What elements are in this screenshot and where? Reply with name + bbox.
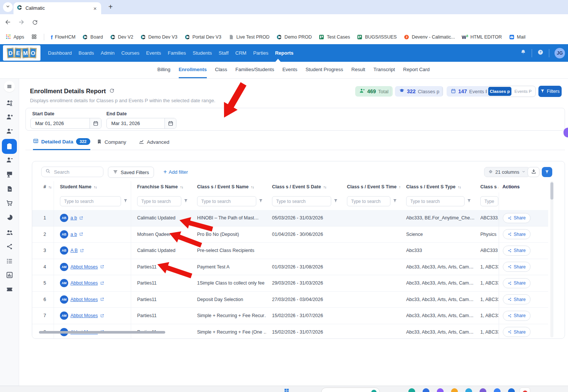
share-button[interactable]: Share (503, 311, 531, 321)
forward-icon[interactable] (16, 16, 27, 28)
student-link[interactable]: Abbot Moses (70, 297, 98, 302)
external-link-icon[interactable] (79, 232, 83, 236)
subnav-class[interactable]: Class (215, 62, 227, 78)
calendar-icon[interactable] (164, 118, 176, 128)
student-link[interactable]: A B (70, 248, 78, 253)
windows-start-icon[interactable] (284, 388, 290, 392)
sort-icon[interactable]: ↑↓ (48, 185, 51, 189)
reload-icon[interactable] (29, 16, 40, 28)
start-date-field[interactable]: Mar 01, 2026 (30, 118, 102, 129)
column-header-num[interactable]: #↑↓ (32, 181, 54, 192)
share-button[interactable]: Share (503, 246, 531, 256)
calendar-icon[interactable] (90, 118, 101, 128)
funnel-icon[interactable] (393, 198, 397, 204)
refresh-icon[interactable] (109, 88, 115, 95)
window-grid-bookmark[interactable] (31, 34, 37, 41)
taskbar-search[interactable] (321, 388, 380, 392)
external-link-icon[interactable] (100, 297, 104, 301)
person-remove-icon[interactable] (5, 127, 14, 136)
search-input[interactable] (53, 169, 99, 175)
toggle-events-p[interactable]: Events P (511, 87, 535, 96)
nav-item-events[interactable]: Events (146, 50, 161, 56)
end-date-field[interactable]: Mar 31, 2026 (106, 118, 176, 129)
external-link-icon[interactable] (79, 216, 83, 220)
subnav-billing[interactable]: Billing (157, 62, 170, 78)
filter-input-student[interactable] (63, 198, 118, 204)
subnav-events[interactable]: Events (283, 62, 297, 78)
share-button[interactable]: Share (503, 213, 531, 223)
back-icon[interactable] (2, 16, 13, 28)
list-icon[interactable] (5, 256, 14, 265)
bookmark-board[interactable]: Board (82, 34, 103, 40)
filter-input-time[interactable] (350, 198, 387, 204)
taskbar-app-icon[interactable] (408, 388, 415, 392)
tab-close-icon[interactable]: × (92, 5, 98, 12)
student-link[interactable]: a b (70, 215, 77, 221)
download-button[interactable] (528, 167, 540, 177)
bookmark-test-cases[interactable]: Test Cases (318, 34, 350, 40)
nav-item-courses[interactable]: Courses (121, 50, 139, 56)
saved-filters-button[interactable]: Saved Filters (108, 167, 154, 178)
student-link[interactable]: a b (70, 232, 77, 237)
nav-item-students[interactable]: Students (193, 50, 212, 56)
tab-search-chevron-icon[interactable] (3, 2, 13, 12)
tab-advanced[interactable]: Advanced (139, 134, 169, 150)
bookmark-demo-dev-v3[interactable]: Demo Dev V3 (140, 34, 178, 40)
vertical-scrollbar[interactable] (550, 181, 553, 337)
subnav-transcript[interactable]: Transcript (374, 62, 395, 78)
share-button[interactable]: Share (503, 327, 531, 337)
taskbar-app-icon[interactable] (423, 388, 429, 392)
tab-company[interactable]: Company (97, 134, 126, 150)
filter-input-type[interactable] (410, 198, 461, 204)
bookmark-portal-dev-v3[interactable]: Portal Dev V3 (184, 34, 221, 40)
filters-button[interactable]: Filters (538, 86, 562, 97)
demo-logo[interactable]: DEMO (3, 45, 40, 61)
funnel-icon[interactable] (467, 198, 471, 204)
classroom-icon[interactable] (5, 170, 14, 179)
nav-item-admin[interactable]: Admin (101, 50, 115, 56)
bell-icon[interactable] (520, 49, 526, 57)
table-filter-button[interactable] (542, 167, 552, 177)
sort-icon[interactable]: ↑↓ (251, 185, 254, 189)
funnel-icon[interactable] (123, 198, 128, 204)
bookmark-devenv-calimatic-[interactable]: Devenv - Calimatic... (404, 34, 455, 40)
vertical-scrollbar-thumb[interactable] (550, 182, 553, 200)
nav-item-families[interactable]: Families (168, 50, 186, 56)
taskbar-app-icon[interactable] (480, 388, 486, 392)
nav-item-staff[interactable]: Staff (219, 50, 229, 56)
funnel-icon[interactable] (259, 198, 263, 204)
student-link[interactable]: Abbot Moses (70, 264, 98, 270)
subnav-student-progress[interactable]: Student Progress (305, 62, 343, 78)
sort-icon[interactable]: ↑↓ (94, 185, 97, 189)
filter-input-date[interactable] (275, 198, 328, 204)
columns-dropdown[interactable]: 21 columns (484, 167, 530, 177)
taskbar-app-icon[interactable] (465, 388, 472, 392)
browser-tab[interactable]: Calimatic × (13, 2, 101, 14)
sort-icon[interactable]: ↑↓ (180, 185, 183, 189)
bar-chart-icon[interactable] (5, 270, 14, 279)
column-header-student[interactable]: Student Name↑↓ (54, 181, 131, 192)
bookmark-dev-v2[interactable]: Dev V2 (110, 34, 133, 40)
pie-chart-icon[interactable] (5, 213, 14, 222)
bookmark-mail[interactable]: Mail (509, 34, 526, 40)
subnav-enrollments[interactable]: Enrollments (179, 62, 207, 78)
store-cart-icon[interactable] (5, 198, 14, 207)
bookmark-bugs-issues[interactable]: BUGS/ISSUES (357, 34, 397, 40)
external-link-icon[interactable] (80, 249, 84, 253)
new-tab-button[interactable]: + (106, 2, 115, 12)
file-report-icon[interactable] (5, 184, 14, 193)
person-remove-alt-icon[interactable] (5, 155, 14, 164)
external-link-icon[interactable] (100, 265, 104, 269)
student-link[interactable]: Abbot Moses (70, 280, 98, 286)
share-button[interactable]: Share (503, 262, 531, 272)
bookmark-apps[interactable]: Apps (5, 34, 24, 41)
nav-item-reports[interactable]: Reports (275, 50, 293, 56)
users-settings-icon[interactable] (5, 98, 14, 107)
sort-icon[interactable]: ↑↓ (323, 185, 326, 189)
menu-icon[interactable] (4, 81, 15, 92)
taskbar-app-icon[interactable] (451, 388, 458, 392)
bookmark-demo-prod[interactable]: Demo PROD (276, 34, 312, 40)
nav-item-parties[interactable]: Parties (253, 50, 268, 56)
filter-input-class_name[interactable] (200, 198, 253, 204)
toggle-classes-p[interactable]: Classes p (488, 87, 511, 96)
